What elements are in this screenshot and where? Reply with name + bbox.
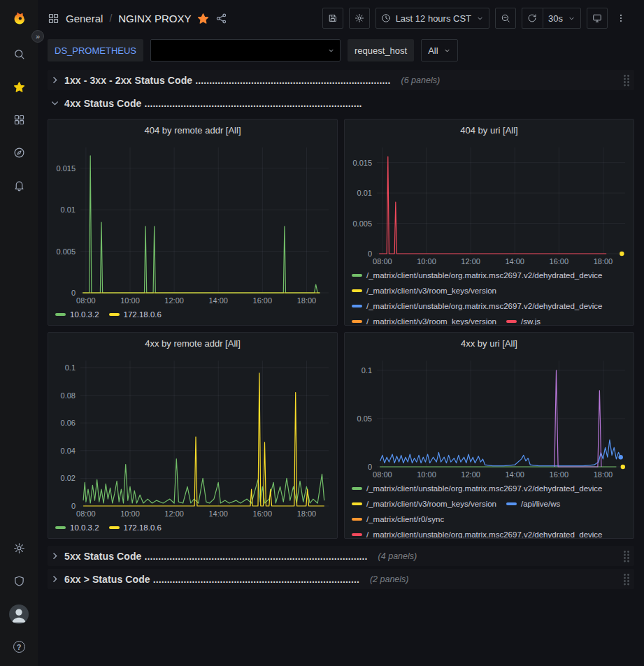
- sidebar-item-profile[interactable]: [0, 598, 38, 630]
- legend-item[interactable]: /_matrix/client/v3/room_keys/version: [352, 283, 496, 298]
- row-header-5xx[interactable]: 5xx Status Code ........................…: [48, 546, 634, 566]
- sidebar-item-alerting[interactable]: [0, 169, 38, 202]
- svg-text:08:00: 08:00: [373, 257, 392, 266]
- legend-swatch: [506, 502, 517, 505]
- toolbar: Last 12 hours CST 30s: [322, 8, 634, 29]
- save-dashboard-button[interactable]: [322, 8, 343, 29]
- panel-grid: 404 by remote addr [All] 08:0010:0012:00…: [48, 119, 634, 539]
- refresh-group: 30s: [522, 8, 581, 29]
- svg-text:0.015: 0.015: [352, 159, 372, 167]
- svg-text:18:00: 18:00: [594, 470, 613, 479]
- legend-item[interactable]: 10.0.3.2: [55, 307, 99, 322]
- svg-text:0.015: 0.015: [56, 164, 76, 173]
- breadcrumb: General / NGINX PROXY: [48, 13, 227, 24]
- sidebar-item-server-admin[interactable]: [0, 565, 38, 598]
- zoom-out-icon: [501, 13, 510, 23]
- zoom-out-time-button[interactable]: [495, 8, 516, 29]
- chart-canvas[interactable]: 08:0010:0012:0014:0016:0018:0000.0050.01…: [48, 140, 337, 307]
- row-header-1xx-3xx-2xx[interactable]: 1xx - 3xx - 2xx Status Code ............…: [48, 70, 634, 90]
- sidebar-item-explore[interactable]: [0, 136, 38, 169]
- time-series-chart[interactable]: 08:0010:0012:0014:0016:0018:0000.0050.01…: [48, 140, 337, 307]
- page-title[interactable]: NGINX PROXY: [118, 13, 191, 24]
- row-panel-count: (4 panels): [378, 551, 417, 561]
- legend-swatch: [55, 313, 66, 316]
- row-drag-handle[interactable]: [623, 573, 631, 586]
- request-host-select[interactable]: All: [421, 39, 457, 61]
- sidebar-item-settings[interactable]: [0, 532, 38, 565]
- favorite-star-icon[interactable]: [197, 13, 209, 24]
- svg-text:10:00: 10:00: [417, 257, 436, 266]
- panel-title[interactable]: 4xx by uri [All]: [345, 333, 634, 354]
- tv-mode-button[interactable]: [587, 8, 608, 29]
- time-series-chart[interactable]: 08:0010:0012:0014:0016:0018:0000.020.040…: [48, 354, 337, 520]
- svg-text:14:00: 14:00: [208, 296, 228, 305]
- dashboard-canvas: 1xx - 3xx - 2xx Status Code ............…: [38, 64, 644, 666]
- person-icon: [9, 605, 29, 624]
- chart-canvas[interactable]: 08:0010:0012:0014:0016:0018:0000.020.040…: [48, 354, 337, 520]
- svg-text:10:00: 10:00: [417, 470, 436, 479]
- legend-item[interactable]: 172.18.0.6: [109, 307, 162, 322]
- panel-legend: 10.0.3.2172.18.0.6: [48, 520, 337, 535]
- svg-text:0.01: 0.01: [357, 189, 372, 197]
- bell-icon: [13, 180, 25, 191]
- panel-title[interactable]: 404 by uri [All]: [345, 120, 634, 140]
- legend-item[interactable]: /_matrix/client/unstable/org.matrix.msc2…: [352, 268, 603, 283]
- datasource-select[interactable]: [150, 39, 341, 61]
- panel-title[interactable]: 4xx by remote addr [All]: [48, 333, 337, 354]
- legend-item[interactable]: /api/live/ws: [506, 496, 560, 512]
- legend-item[interactable]: /_matrix/client/v3/room_keys/version: [352, 496, 496, 512]
- help-icon: ?: [13, 641, 25, 653]
- breadcrumb-section[interactable]: General: [66, 13, 103, 24]
- refresh-button[interactable]: [522, 8, 543, 29]
- legend-item[interactable]: /_matrix/client/unstable/org.matrix.msc2…: [352, 298, 603, 314]
- top-navbar: General / NGINX PROXY Last 12 hours CST …: [38, 0, 644, 36]
- refresh-interval-select[interactable]: 30s: [543, 8, 581, 29]
- legend-swatch: [352, 289, 362, 292]
- legend-item[interactable]: /_matrix/client/r0/sync: [352, 512, 444, 527]
- row-title: 4xx Status Code ........................…: [64, 98, 362, 109]
- chart-canvas[interactable]: 08:0010:0012:0014:0016:0018:0000.0050.01…: [345, 140, 634, 268]
- share-icon[interactable]: [215, 13, 227, 24]
- chart-canvas[interactable]: 08:0010:0012:0014:0016:0018:0000.050.1: [345, 354, 634, 481]
- svg-text:16:00: 16:00: [550, 257, 569, 266]
- legend-item[interactable]: /_matrix/client/unstable/org.matrix.msc2…: [352, 481, 603, 496]
- legend-item[interactable]: /_matrix/client/v3/room_keys/version: [352, 314, 496, 326]
- dashboard-settings-button[interactable]: [349, 8, 370, 29]
- datasource-variable-label[interactable]: DS_PROMETHEUS: [48, 39, 143, 61]
- panel-legend: /_matrix/client/unstable/org.matrix.msc2…: [345, 268, 634, 326]
- svg-text:0.05: 0.05: [357, 414, 372, 423]
- row-title: 5xx Status Code ........................…: [64, 551, 368, 562]
- sidebar-item-help[interactable]: ?: [0, 630, 38, 663]
- sidebar-expand-button[interactable]: »: [31, 30, 44, 43]
- chevron-down-icon: [568, 15, 575, 22]
- legend-swatch: [352, 502, 362, 505]
- legend-swatch: [352, 518, 362, 521]
- row-header-6xx[interactable]: 6xx > Status Code ......................…: [48, 569, 634, 589]
- sidebar-item-dashboards[interactable]: [0, 103, 38, 136]
- time-series-chart[interactable]: 08:0010:0012:0014:0016:0018:0000.0050.01…: [345, 140, 634, 268]
- legend-swatch: [352, 305, 362, 307]
- row-header-4xx[interactable]: 4xx Status Code ........................…: [48, 93, 634, 113]
- legend-item[interactable]: 172.18.0.6: [109, 520, 162, 535]
- sidebar-item-starred[interactable]: [0, 71, 38, 103]
- more-options-button[interactable]: [613, 8, 634, 29]
- save-icon: [328, 13, 338, 23]
- svg-text:10:00: 10:00: [120, 296, 140, 305]
- legend-item[interactable]: 10.0.3.2: [55, 520, 99, 535]
- time-series-chart[interactable]: 08:0010:0012:0014:0016:0018:0000.050.1: [345, 354, 634, 481]
- legend-item[interactable]: /_matrix/client/unstable/org.matrix.msc2…: [352, 527, 603, 539]
- dashboards-grid-icon: [13, 114, 25, 126]
- request-host-variable-label[interactable]: request_host: [348, 39, 414, 61]
- time-range-picker[interactable]: Last 12 hours CST: [375, 8, 489, 29]
- row-drag-handle[interactable]: [623, 550, 631, 563]
- variables-bar: DS_PROMETHEUS request_host All: [38, 36, 644, 64]
- row-drag-handle[interactable]: [623, 74, 631, 87]
- panel-title[interactable]: 404 by remote addr [All]: [48, 120, 337, 140]
- svg-text:16:00: 16:00: [253, 509, 273, 518]
- svg-text:0.08: 0.08: [61, 391, 76, 400]
- svg-text:0.005: 0.005: [56, 247, 76, 256]
- row-title: 6xx > Status Code ......................…: [64, 574, 359, 585]
- sidebar: » ?: [0, 0, 38, 666]
- sidebar-item-search[interactable]: [0, 38, 38, 71]
- legend-item[interactable]: /sw.js: [506, 314, 541, 326]
